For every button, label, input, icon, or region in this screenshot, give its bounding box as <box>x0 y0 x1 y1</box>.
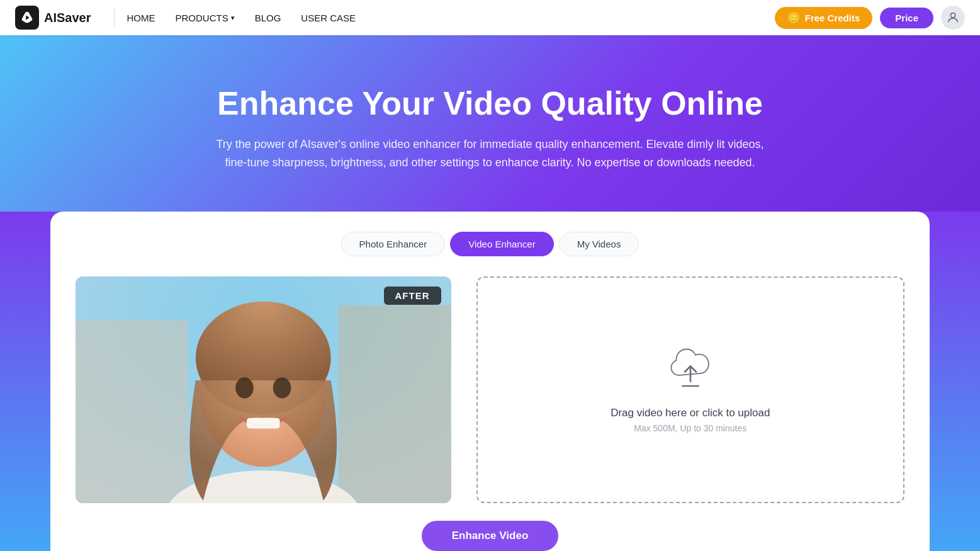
svg-rect-2 <box>76 321 188 503</box>
tab-photo-enhancer[interactable]: Photo Enhancer <box>341 232 446 256</box>
image-preview: AFTER <box>76 276 451 503</box>
photo-svg <box>76 276 451 503</box>
upload-sub-text: Max 500M, Up to 30 minutes <box>634 423 746 433</box>
user-icon <box>946 11 960 25</box>
tab-video-enhancer[interactable]: Video Enhancer <box>450 232 553 256</box>
cloud-upload-icon <box>668 346 713 392</box>
nav-user-case[interactable]: USER CASE <box>301 13 356 23</box>
nav-links: HOME PRODUCTS ▾ BLOG USER CASE <box>127 13 775 23</box>
tab-my-videos[interactable]: My Videos <box>559 232 639 256</box>
content-area: AFTER Drag video here or click to uploa <box>76 276 904 503</box>
after-badge: AFTER <box>384 287 441 305</box>
before-after-photo <box>76 276 451 503</box>
price-button[interactable]: Price <box>880 8 933 28</box>
main-card-wrapper: Photo Enhancer Video Enhancer My Videos <box>0 212 980 551</box>
upload-icon <box>668 346 713 394</box>
logo-text: AISaver <box>44 11 91 25</box>
main-card: Photo Enhancer Video Enhancer My Videos <box>50 212 930 551</box>
navbar: AISaver HOME PRODUCTS ▾ BLOG USER CASE 🪙… <box>0 0 980 35</box>
logo-area[interactable]: AISaver <box>15 6 91 30</box>
hero-section: Enhance Your Video Quality Online Try th… <box>0 35 980 212</box>
navbar-right: 🪙 Free Credits Price <box>775 6 965 30</box>
enhance-btn-wrap: Enhance Video <box>76 521 904 551</box>
logo-icon <box>15 6 39 30</box>
upload-main-text: Drag video here or click to upload <box>611 407 770 419</box>
svg-rect-9 <box>247 418 279 429</box>
user-avatar-button[interactable] <box>941 6 965 30</box>
svg-point-7 <box>235 377 254 398</box>
nav-divider <box>114 9 115 26</box>
svg-point-0 <box>950 13 955 18</box>
nav-home[interactable]: HOME <box>127 13 155 23</box>
free-credits-button[interactable]: 🪙 Free Credits <box>775 7 873 29</box>
coin-icon: 🪙 <box>787 12 800 24</box>
svg-point-8 <box>273 377 291 398</box>
upload-area[interactable]: Drag video here or click to upload Max 5… <box>476 276 905 503</box>
nav-products[interactable]: PRODUCTS ▾ <box>176 13 235 23</box>
enhance-video-button[interactable]: Enhance Video <box>422 521 559 551</box>
tab-bar: Photo Enhancer Video Enhancer My Videos <box>76 232 904 256</box>
hero-title: Enhance Your Video Quality Online <box>217 85 763 123</box>
products-chevron-icon: ▾ <box>231 14 235 22</box>
svg-rect-3 <box>339 305 451 503</box>
nav-blog[interactable]: BLOG <box>255 13 281 23</box>
logo-svg <box>20 11 34 25</box>
hero-subtitle: Try the power of AIsaver's online video … <box>207 135 774 172</box>
